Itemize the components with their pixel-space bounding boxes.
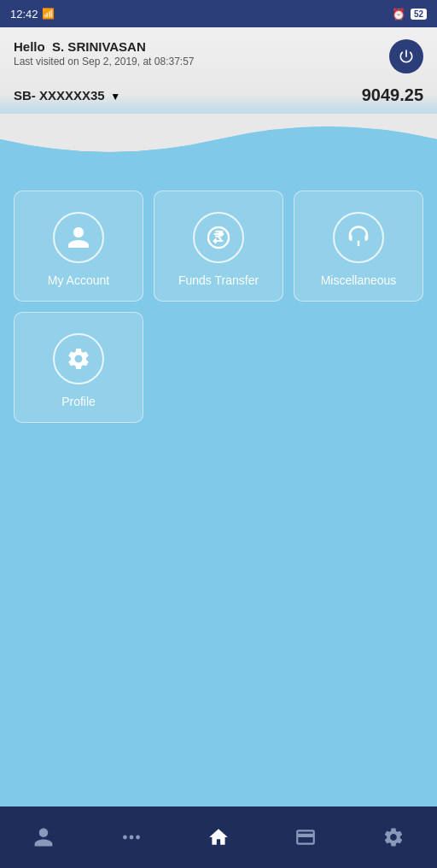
nav-settings-icon [382, 826, 405, 848]
menu-grid-row2: Profile [14, 312, 423, 423]
miscellaneous-label: Miscellaneous [321, 273, 397, 287]
miscellaneous-icon-circle [333, 212, 384, 263]
greeting-block: Hello S. SRINIVASAN Last visited on Sep … [14, 39, 195, 67]
nav-item-settings[interactable] [369, 819, 418, 855]
transfer-icon: ₹ [205, 224, 232, 251]
last-visited: Last visited on Sep 2, 2019, at 08:37:57 [14, 56, 195, 67]
status-right: ⏰ 52 [392, 8, 427, 21]
nav-profile-icon [32, 826, 55, 848]
power-icon [398, 48, 415, 65]
nav-card-icon [294, 826, 317, 848]
nav-item-home[interactable] [194, 819, 243, 855]
nav-home-icon [207, 826, 230, 848]
my-account-icon-circle [53, 212, 104, 263]
greeting-prefix: Hello [14, 39, 45, 54]
nav-item-profile[interactable] [19, 819, 68, 855]
svg-point-2 [123, 836, 127, 840]
menu-card-miscellaneous[interactable]: Miscellaneous [294, 191, 423, 302]
signal-icon: 📶 [42, 8, 55, 20]
menu-grid-row1: My Account ₹ Funds Transfer Miscellane [14, 191, 423, 302]
menu-card-funds-transfer[interactable]: ₹ Funds Transfer [154, 191, 283, 302]
gear-icon [66, 346, 91, 372]
dropdown-arrow[interactable]: ▼ [110, 91, 120, 103]
time-display: 12:42 [10, 8, 38, 21]
header-top: Hello S. SRINIVASAN Last visited on Sep … [14, 39, 423, 73]
account-number: SB- XXXXXX35 [14, 88, 105, 103]
status-left: 12:42 📶 [10, 8, 55, 21]
power-button[interactable] [389, 39, 423, 73]
bottom-nav [0, 806, 437, 868]
nav-item-menu[interactable] [107, 819, 156, 855]
profile-label: Profile [61, 395, 96, 408]
funds-transfer-label: Funds Transfer [178, 273, 259, 287]
main-content: My Account ₹ Funds Transfer Miscellane [0, 165, 437, 440]
svg-point-4 [136, 836, 140, 840]
headset-icon [346, 225, 371, 250]
account-row: SB- XXXXXX35 ▼ 9049.25 [14, 85, 423, 105]
account-number-wrapper: SB- XXXXXX35 ▼ [14, 88, 120, 103]
battery-display: 52 [411, 9, 427, 20]
user-name: S. SRINIVASAN [52, 39, 146, 54]
funds-transfer-icon-circle: ₹ [193, 212, 244, 263]
profile-icon-circle [53, 333, 104, 384]
wave-decoration [0, 114, 437, 165]
alarm-icon: ⏰ [392, 8, 405, 21]
account-balance: 9049.25 [362, 85, 423, 105]
account-icon [66, 225, 91, 250]
svg-point-3 [129, 836, 133, 840]
greeting-text: Hello S. SRINIVASAN [14, 39, 195, 54]
my-account-label: My Account [48, 273, 109, 287]
menu-card-my-account[interactable]: My Account [14, 191, 143, 302]
nav-menu-icon [120, 826, 143, 848]
menu-card-profile[interactable]: Profile [14, 312, 143, 423]
status-bar: 12:42 📶 ⏰ 52 [0, 0, 437, 27]
nav-item-card[interactable] [281, 819, 330, 855]
